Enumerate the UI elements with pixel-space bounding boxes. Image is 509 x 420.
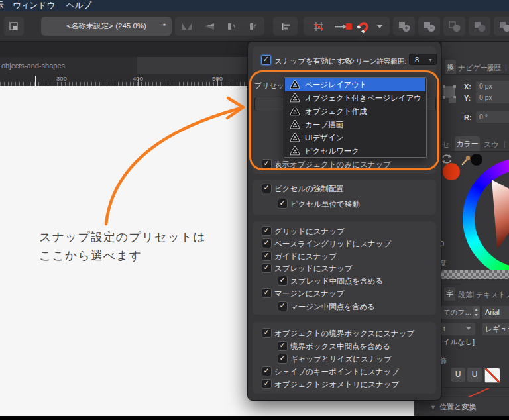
grid-snap-icon[interactable] bbox=[308, 20, 330, 33]
menu-item-fragment[interactable]: 示 bbox=[0, 0, 4, 11]
checkbox-bbox[interactable] bbox=[262, 328, 272, 338]
position-bar-label: 位置と変換 bbox=[439, 402, 476, 412]
r-input[interactable]: 0 ° bbox=[476, 111, 509, 123]
boolean-divide-icon bbox=[473, 21, 486, 32]
double-underline-button[interactable]: U bbox=[467, 368, 482, 382]
spread-mid-label: スプレッド中間点を含める bbox=[290, 276, 383, 286]
stroke-color-swatch[interactable] bbox=[470, 153, 483, 166]
document-tab[interactable]: objects-and-shapes bbox=[0, 57, 137, 74]
checkbox-geometry[interactable] bbox=[262, 379, 272, 389]
panel-divider bbox=[442, 284, 509, 284]
checkbox-grid[interactable] bbox=[262, 226, 272, 236]
menu-item-window[interactable]: ウィンドウ bbox=[13, 0, 55, 11]
y-label: Y: bbox=[464, 94, 471, 102]
rotate-ccw-icon[interactable] bbox=[220, 21, 242, 32]
checkbox-spread[interactable] bbox=[262, 263, 272, 273]
checkbox-guides[interactable] bbox=[262, 251, 272, 261]
collapse-triangle-icon: ▼ bbox=[430, 404, 436, 411]
checkbox-move-pixel[interactable] bbox=[278, 199, 288, 209]
font-name-field[interactable]: Arial bbox=[482, 306, 509, 319]
tab-history[interactable]: 履歴 bbox=[486, 63, 501, 73]
panel-divider bbox=[442, 387, 509, 388]
tab-paragraph[interactable]: 段落 bbox=[458, 290, 473, 300]
tab-separator: | bbox=[483, 63, 485, 71]
annotation-note-line2: ここから選べます bbox=[39, 246, 206, 265]
selection-box-button[interactable] bbox=[4, 17, 24, 36]
checkbox-margin[interactable] bbox=[262, 288, 272, 298]
toolbar: <名称未設定> (245.0%) * bbox=[0, 11, 509, 42]
rotate-cw-icon[interactable] bbox=[242, 21, 264, 32]
guides-label: ガイドにスナップ bbox=[274, 252, 337, 262]
boolean-subtract-button[interactable] bbox=[418, 17, 440, 36]
text-style-fragment: イルなし] bbox=[443, 337, 475, 347]
boolean-divide-button[interactable] bbox=[469, 17, 490, 36]
boolean-combine-button[interactable] bbox=[494, 17, 509, 36]
grid-label: グリッドにスナップ bbox=[274, 227, 345, 236]
bbox-label: オブジェクトの境界ボックスにスナップ bbox=[274, 329, 414, 339]
move-by-whole-pixels-icon[interactable] bbox=[330, 20, 354, 33]
keypoints-label: シェイプのキーポイントにスナップ bbox=[274, 367, 399, 377]
transform-button-group bbox=[175, 17, 264, 36]
tolerance-dropdown[interactable]: 8 ▼ bbox=[409, 54, 437, 65]
gaps-label: ギャップとサイズにスナップ bbox=[290, 354, 392, 364]
underline-button[interactable]: U bbox=[451, 368, 465, 382]
ruler-major-tick bbox=[62, 78, 62, 86]
checkbox-margin-mid[interactable] bbox=[278, 301, 288, 311]
boolean-intersect-icon bbox=[448, 21, 461, 32]
document-tab-label: objects-and-shapes bbox=[1, 57, 65, 74]
x-input[interactable]: 0 px bbox=[476, 81, 509, 92]
boolean-intersect-button[interactable] bbox=[443, 17, 465, 36]
no-color-swatch[interactable] bbox=[484, 368, 500, 383]
checkbox-bbox-mid[interactable] bbox=[278, 341, 288, 351]
tab-color[interactable]: カラー bbox=[455, 136, 480, 151]
checkbox-gaps[interactable] bbox=[278, 354, 288, 364]
boolean-add-button[interactable] bbox=[393, 17, 415, 36]
fill-color-swatch[interactable] bbox=[443, 163, 460, 180]
r-label: R: bbox=[464, 113, 472, 121]
flip-vertical-icon[interactable] bbox=[198, 21, 220, 32]
font-family-dropdown[interactable]: てのフ… bbox=[440, 306, 475, 319]
alignment-icon bbox=[280, 21, 292, 32]
alignment-button[interactable] bbox=[273, 17, 298, 36]
font-stepper[interactable] bbox=[473, 306, 480, 319]
checkbox-force-pixel[interactable] bbox=[262, 184, 272, 193]
checkbox-baseline[interactable] bbox=[262, 238, 272, 248]
annotation-arrow bbox=[93, 93, 258, 232]
tab-separator: | bbox=[505, 63, 507, 71]
tolerance-value: 8 bbox=[415, 56, 419, 64]
document-title-pill[interactable]: <名称未設定> (245.0%) * bbox=[41, 17, 172, 36]
checkbox-keypoints[interactable] bbox=[262, 366, 272, 376]
flip-horizontal-icon[interactable] bbox=[176, 21, 198, 32]
spread-label: スプレッドにスナップ bbox=[274, 264, 353, 274]
font-weight-field[interactable]: レギュラ bbox=[482, 323, 509, 335]
ruler-cursor-marker bbox=[35, 76, 36, 86]
y-input[interactable]: 0 px bbox=[476, 92, 509, 103]
panel-divider bbox=[442, 74, 509, 75]
checkbox-enable-snapping[interactable] bbox=[261, 55, 271, 65]
ruler-major-tick bbox=[138, 78, 139, 86]
tolerance-label: スクリーン許容範囲: bbox=[341, 57, 406, 66]
tab-character-fragment[interactable]: 字 bbox=[444, 287, 455, 301]
tab-fragment[interactable]: セ bbox=[442, 140, 449, 150]
magnet-icon[interactable] bbox=[352, 14, 376, 38]
panel-divider bbox=[442, 151, 509, 152]
transform-anchor-thumbnail[interactable] bbox=[442, 83, 458, 105]
tab-swatches[interactable]: スウ bbox=[484, 140, 499, 150]
boolean-combine-icon bbox=[498, 21, 509, 32]
tab-text-styles[interactable]: テキストスタ bbox=[476, 290, 509, 300]
tab-transform-fragment[interactable]: 換 bbox=[445, 60, 456, 74]
annotation-note-line1: スナップ設定のプリセットは bbox=[39, 228, 206, 246]
x-label: X: bbox=[464, 83, 471, 91]
snapping-button-group bbox=[304, 17, 390, 36]
boolean-subtract-icon bbox=[423, 21, 436, 32]
snapping-dropdown-caret[interactable] bbox=[374, 20, 386, 33]
opacity-slider[interactable] bbox=[441, 270, 509, 279]
tab-separator: | bbox=[504, 140, 506, 148]
enable-snapping-label: スナップを有効にする bbox=[274, 56, 352, 66]
annotation-note: スナップ設定のプリセットは ここから選べます bbox=[39, 228, 206, 265]
app-window: 示 ウィンドウ ヘルプ <名称未設定> (245.0%) * bbox=[0, 0, 509, 420]
bbox-mid-label: 境界ボックス中間点を含める bbox=[290, 342, 390, 352]
checkbox-spread-mid[interactable] bbox=[278, 276, 288, 286]
menu-item-help[interactable]: ヘルプ bbox=[66, 0, 91, 11]
tab-separator: | bbox=[473, 290, 475, 298]
